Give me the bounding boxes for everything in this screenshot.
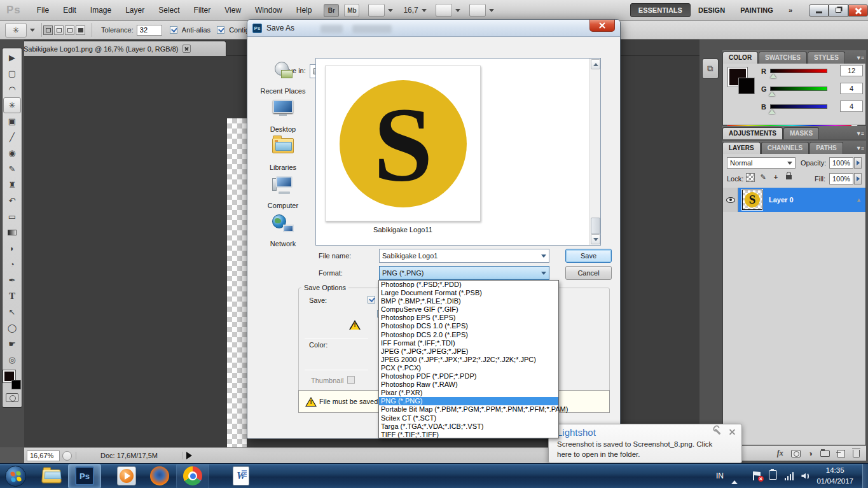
new-adjustment-layer-icon[interactable]: ◑ [808,449,813,458]
blue-slider[interactable] [770,104,827,109]
new-layer-icon[interactable] [837,450,845,457]
dialog-title-bar[interactable]: Ps Save As [247,20,620,37]
zoom-dropdown-arrow[interactable] [422,9,427,12]
eyedropper-tool[interactable]: ╱ [3,129,21,145]
layer-thumbnail[interactable]: S [742,190,762,210]
gradient-tool[interactable] [3,225,21,241]
taskbar-explorer-button[interactable] [35,464,68,488]
save-option-checkbox-checked[interactable] [368,296,375,303]
format-option[interactable]: Photoshop EPS (*.EPS) [379,314,558,322]
format-option[interactable]: PCX (*.PCX) [379,364,558,372]
fill-field[interactable]: 100% [829,173,853,185]
brush-tool[interactable]: ✎ [3,161,21,177]
lock-transparency-icon[interactable] [746,173,755,182]
format-option[interactable]: TIFF (*.TIF;*.TIFF) [379,431,558,439]
format-option[interactable]: CompuServe GIF (*.GIF) [379,305,558,314]
scroll-up-button[interactable] [591,59,600,69]
blur-tool[interactable]: ◗ [3,241,21,256]
eraser-tool[interactable]: ▭ [3,209,21,225]
tab-layers[interactable]: LAYERS [722,142,761,154]
background-color-swatch[interactable] [11,380,21,389]
save-button[interactable]: Save [565,249,612,263]
selection-intersect-button[interactable] [76,25,85,35]
green-slider[interactable] [770,87,827,91]
lock-all-icon[interactable] [784,171,793,180]
file-list-scrollbar[interactable] [589,59,600,245]
format-option[interactable]: Photoshop Raw (*.RAW) [379,380,558,389]
taskbar-firefox-button[interactable] [143,464,176,488]
magic-wand-preset-icon[interactable]: ✳ [5,23,27,38]
zoom-tool[interactable]: ◎ [3,352,21,368]
taskbar-photoshop-button[interactable]: Ps [68,464,101,488]
view-extras-icon[interactable] [368,4,385,17]
menu-file[interactable]: File [30,3,56,17]
lasso-tool[interactable]: ◠ [3,81,21,97]
fill-spinner-icon[interactable] [854,173,862,185]
dodge-tool[interactable]: ◔ [3,256,21,272]
file-name-input[interactable]: Sabikigake Logo1 [379,249,549,263]
thumbnail-checkbox[interactable] [347,376,355,384]
scroll-down-button[interactable] [591,234,600,244]
screen-mode-icon[interactable] [469,4,486,17]
quick-mask-button[interactable] [6,393,18,402]
format-option[interactable]: Targa (*.TGA;*.VDA;*.ICB;*.VST) [379,422,558,431]
taskbar-chrome-button[interactable] [176,464,209,488]
show-hidden-icons-button[interactable] [731,471,738,480]
workspace-more-chevron[interactable]: » [781,4,800,17]
tolerance-input[interactable] [137,25,162,36]
lock-position-icon[interactable]: + [771,172,780,181]
file-item-thumbnail[interactable]: S [325,66,481,221]
tab-styles[interactable]: STYLES [808,52,845,64]
move-tool[interactable]: ▶ [3,50,21,66]
format-option[interactable]: JPEG (*.JPG;*.JPEG;*.JPE) [379,347,558,356]
red-slider-thumb[interactable] [770,74,776,78]
panel-menu-icon[interactable]: ▼≡ [856,55,864,61]
tab-color[interactable]: COLOR [722,52,758,64]
type-tool[interactable]: T [3,288,21,304]
anti-alias-checkbox[interactable] [170,26,177,34]
lightshot-title[interactable]: Lightshot [557,427,596,438]
format-option[interactable]: Photoshop DCS 1.0 (*.EPS) [379,322,558,330]
show-desktop-button[interactable] [862,464,868,488]
format-option[interactable]: BMP (*.BMP;*.RLE;*.DIB) [379,297,558,305]
window-restore-button[interactable] [829,4,848,17]
tray-clock[interactable]: 14:35 01/04/2017 [816,465,853,486]
path-selection-tool[interactable]: ↖ [3,304,21,320]
place-computer[interactable]: Computer [252,172,313,211]
arrange-documents-dropdown-arrow[interactable] [455,9,460,12]
collapsed-panel-icon[interactable]: ⧉ [702,59,719,79]
blue-value-field[interactable]: 4 [840,101,863,112]
layer-visibility-toggle[interactable] [723,188,738,212]
cancel-button[interactable]: Cancel [565,266,612,280]
delete-layer-icon[interactable] [853,450,860,457]
green-value-field[interactable]: 4 [840,83,863,94]
format-select[interactable]: PNG (*.PNG) [379,266,549,280]
menu-window[interactable]: Window [248,3,289,17]
blue-slider-thumb[interactable] [769,109,775,114]
red-value-field[interactable]: 12 [840,65,863,76]
zoom-level-field[interactable]: 16,7 [403,6,418,15]
green-slider-thumb[interactable] [769,92,775,96]
tab-masks[interactable]: MASKS [783,127,819,139]
workspace-painting[interactable]: PAINTING [733,4,781,17]
tab-channels[interactable]: CHANNELS [761,142,809,154]
opacity-field[interactable]: 100% [829,157,853,169]
dialog-close-button[interactable] [589,20,615,32]
panel-menu-icon[interactable]: ▼≡ [856,145,864,151]
tab-swatches[interactable]: SWATCHES [759,52,807,64]
taskbar-word-button[interactable]: W [224,464,258,488]
lightshot-notification[interactable]: Lightshot Screenshot is saved to Screens… [548,424,742,463]
windows-update-tray-icon[interactable] [769,470,777,482]
rectangular-marquee-tool[interactable]: ▢ [3,66,21,81]
format-option[interactable]: Photoshop (*.PSD;*.PDD) [379,281,558,289]
start-button[interactable] [5,466,26,487]
workspace-design[interactable]: DESIGN [691,4,733,17]
history-brush-tool[interactable]: ↶ [3,193,21,209]
format-option[interactable]: Scitex CT (*.SCT) [379,414,558,422]
tab-adjustments[interactable]: ADJUSTMENTS [722,127,783,139]
workspace-essentials[interactable]: ESSENTIALS [630,3,691,17]
menu-layer[interactable]: Layer [118,3,151,17]
screen-mode-dropdown-arrow[interactable] [489,9,494,12]
layer-row[interactable]: S Layer 0 ▲ [723,188,865,212]
window-close-button[interactable] [848,4,868,17]
